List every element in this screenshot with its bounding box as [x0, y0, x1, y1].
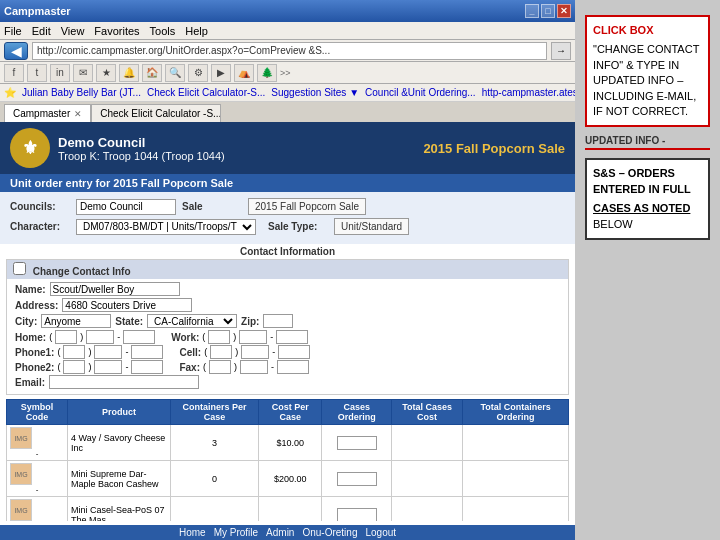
- phone1-prefix-input[interactable]: [94, 345, 122, 359]
- city-input[interactable]: [41, 314, 111, 328]
- email-label: Email:: [15, 377, 45, 388]
- cases-instruction: S&S – ORDERS ENTERED IN FULL CASES AS NO…: [585, 158, 710, 240]
- toolbar-icon-6[interactable]: 🔔: [119, 64, 139, 82]
- table-row: IMG - Mini Casel-Sea-PoS 07 The Mas: [7, 497, 569, 522]
- email-input[interactable]: [49, 375, 199, 389]
- go-button[interactable]: →: [551, 42, 571, 60]
- fav-1[interactable]: Julian Baby Belly Bar (JT...: [22, 87, 141, 98]
- minimize-button[interactable]: _: [525, 4, 539, 18]
- phone2-number-input[interactable]: [131, 360, 163, 374]
- click-box-instruction: CLICK BOX "CHANGE CONTACT INFO" & TYPE I…: [585, 15, 710, 127]
- form-area: Councils: Sale 2015 Fall Popcorn Sale Ch…: [0, 192, 575, 244]
- total-cases-cost: [391, 461, 462, 497]
- favorites-label: ⭐: [4, 87, 16, 98]
- menu-file[interactable]: File: [4, 25, 22, 37]
- phone2-label: Phone2:: [15, 362, 54, 373]
- toolbar-icon-3[interactable]: in: [50, 64, 70, 82]
- maximize-button[interactable]: □: [541, 4, 555, 18]
- toolbar-icon-10[interactable]: ▶: [211, 64, 231, 82]
- title-bar-buttons: _ □ ✕: [525, 4, 571, 18]
- close-button[interactable]: ✕: [557, 4, 571, 18]
- table-row: IMG - Mini Supreme Dar-Maple Bacon Cashe…: [7, 461, 569, 497]
- tab-campmaster[interactable]: Campmaster ✕: [4, 104, 91, 122]
- menu-tools[interactable]: Tools: [150, 25, 176, 37]
- toolbar-icon-11[interactable]: ⛺: [234, 64, 254, 82]
- home-number-input[interactable]: [123, 330, 155, 344]
- phone1-number-input[interactable]: [131, 345, 163, 359]
- page-header: ⚜ Demo Council Troop K: Troop 1044 (Troo…: [0, 122, 575, 174]
- phone2-prefix-input[interactable]: [94, 360, 122, 374]
- cell-prefix-input[interactable]: [241, 345, 269, 359]
- products-tbody: IMG - 4 Way / Savory Cheese Inc 3 $10.00…: [7, 425, 569, 522]
- toolbar-icon-1[interactable]: f: [4, 64, 24, 82]
- url-input[interactable]: [32, 42, 547, 60]
- home-label: Home:: [15, 332, 46, 343]
- menu-view[interactable]: View: [61, 25, 85, 37]
- work-prefix-input[interactable]: [239, 330, 267, 344]
- col-total-cost: Total Cases Cost: [391, 400, 462, 425]
- col-symbol: Symbol Code: [7, 400, 68, 425]
- council-input[interactable]: [76, 199, 176, 215]
- cost-per-case: $200.00: [259, 461, 322, 497]
- cases-ordering-input[interactable]: [337, 508, 377, 522]
- toolbar-icon-9[interactable]: ⚙: [188, 64, 208, 82]
- phone1-area-input[interactable]: [63, 345, 85, 359]
- toolbar-icon-8[interactable]: 🔍: [165, 64, 185, 82]
- click-box-title: CLICK BOX: [593, 23, 702, 38]
- products-table: Symbol Code Product Containers Per Case …: [6, 399, 569, 521]
- name-label: Name:: [15, 284, 46, 295]
- cell-area-input[interactable]: [210, 345, 232, 359]
- menu-help[interactable]: Help: [185, 25, 208, 37]
- home-prefix-input[interactable]: [86, 330, 114, 344]
- council-name: Demo Council: [58, 135, 225, 150]
- footer-profile[interactable]: My Profile: [214, 527, 258, 538]
- state-select[interactable]: CA-California: [147, 314, 237, 328]
- footer-logout[interactable]: Logout: [365, 527, 396, 538]
- toolbar-icon-5[interactable]: ★: [96, 64, 116, 82]
- fax-area-input[interactable]: [209, 360, 231, 374]
- toolbar-icon-7[interactable]: 🏠: [142, 64, 162, 82]
- fav-4[interactable]: Council &Unit Ordering...: [365, 87, 476, 98]
- fax-number-input[interactable]: [277, 360, 309, 374]
- table-row: IMG - 4 Way / Savory Cheese Inc 3 $10.00: [7, 425, 569, 461]
- contact-checkbox[interactable]: [13, 262, 26, 275]
- toolbar-icon-4[interactable]: ✉: [73, 64, 93, 82]
- cases-subtitle: CASES AS NOTED: [593, 201, 702, 216]
- tab-campmaster-close[interactable]: ✕: [74, 109, 82, 119]
- home-area-input[interactable]: [55, 330, 77, 344]
- tab-elicit-label: Check Elicit Calculator -S...: [100, 108, 221, 119]
- products-section: Symbol Code Product Containers Per Case …: [6, 399, 569, 521]
- phone2-area-input[interactable]: [63, 360, 85, 374]
- cases-ordering-input[interactable]: [337, 472, 377, 486]
- fav-2[interactable]: Check Elicit Calculator-S...: [147, 87, 265, 98]
- address-input[interactable]: [62, 298, 192, 312]
- product-image: IMG: [10, 427, 32, 449]
- fav-3[interactable]: Suggestion Sites ▼: [271, 87, 359, 98]
- cell-number-input[interactable]: [278, 345, 310, 359]
- zip-input[interactable]: [263, 314, 293, 328]
- menu-favorites[interactable]: Favorites: [94, 25, 139, 37]
- menu-edit[interactable]: Edit: [32, 25, 51, 37]
- right-panel: CLICK BOX "CHANGE CONTACT INFO" & TYPE I…: [575, 0, 720, 540]
- footer-admin[interactable]: Admin: [266, 527, 294, 538]
- work-number-input[interactable]: [276, 330, 308, 344]
- name-input[interactable]: [50, 282, 180, 296]
- back-button[interactable]: ◀: [4, 42, 28, 60]
- sale-label: Sale: [182, 201, 242, 212]
- unit-select[interactable]: DM07/803-BM/DT | Units/Troops/Troop-1044…: [76, 219, 256, 235]
- tab-elicit[interactable]: Check Elicit Calculator -S... ✕: [91, 104, 221, 122]
- toolbar-icon-12[interactable]: 🌲: [257, 64, 277, 82]
- footer-ordering[interactable]: Onu-Oreting: [302, 527, 357, 538]
- work-area-input[interactable]: [208, 330, 230, 344]
- fav-5[interactable]: http-campmaster.ates...: [482, 87, 575, 98]
- toolbar-icon-2[interactable]: t: [27, 64, 47, 82]
- col-cases: Cases Ordering: [322, 400, 392, 425]
- council-label: Councils:: [10, 201, 70, 212]
- footer-home[interactable]: Home: [179, 527, 206, 538]
- fax-prefix-input[interactable]: [240, 360, 268, 374]
- total-cases-cost: [391, 425, 462, 461]
- address-bar: ◀ →: [0, 40, 575, 62]
- council-info: Demo Council Troop K: Troop 1044 (Troop …: [58, 135, 225, 162]
- product-code: -: [10, 449, 64, 458]
- cases-ordering-input[interactable]: [337, 436, 377, 450]
